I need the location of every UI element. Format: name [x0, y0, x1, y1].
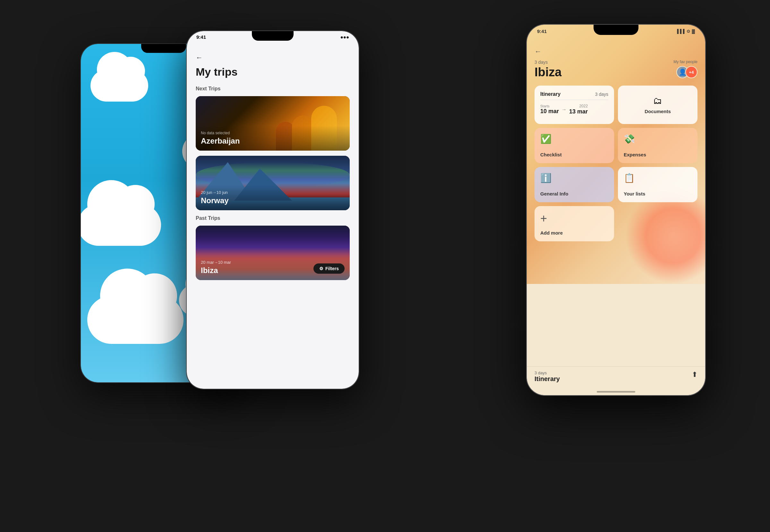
bottom-title: Itinerary	[534, 375, 560, 383]
phone-2-status-bar: 9:41 ●●●	[187, 34, 359, 40]
trip-card-azerbaijan[interactable]: No data selected Azerbaijan	[196, 96, 350, 151]
itinerary-days-badge: 3 days	[595, 92, 608, 97]
itinerary-divider	[540, 100, 608, 100]
azerbaijan-name: Azerbaijan	[201, 137, 345, 145]
cards-grid: Itinerary 3 days Starts 10 mar →	[534, 86, 698, 241]
itinerary-dates: Starts 10 mar → 2022 13 mar	[540, 104, 608, 115]
end-date-value: 13 mar	[569, 108, 588, 115]
phone-2-status-icons: ●●●	[340, 34, 349, 40]
end-date-block: 2022 13 mar	[569, 104, 588, 115]
phone-2-content: ← My trips Next Trips No data selected	[187, 47, 359, 389]
no-data-label: No data selected	[201, 131, 345, 135]
status-icons: ▐▐▐ ⊙ ▓	[676, 29, 695, 34]
home-indicator	[597, 391, 635, 393]
norway-card-overlay: 20 jun→10 jun Norway	[196, 185, 350, 210]
cloud-5	[87, 296, 183, 344]
ibiza-left-header: 3 days Ibiza	[534, 60, 561, 79]
bottom-info: 3 days Itinerary	[534, 370, 560, 383]
norway-name: Norway	[201, 196, 345, 205]
phone-3-content: ← 3 days Ibiza My fav people 👤 +4	[527, 42, 705, 370]
fav-people-label: My fav people	[674, 60, 698, 64]
general-info-icon: ℹ️	[540, 173, 608, 183]
scene: 9:41 ●●● ← My trips Next Trips	[32, 18, 738, 514]
back-button[interactable]: ←	[196, 54, 350, 62]
add-more-label: Add more	[540, 230, 608, 236]
add-more-card[interactable]: + Add more	[534, 206, 614, 241]
your-lists-label: Your lists	[624, 191, 692, 196]
filter-icon: ⚙	[319, 266, 323, 271]
phone-3-status-bar: 9:41 ▐▐▐ ⊙ ▓	[527, 29, 705, 34]
past-trips-label: Past Trips	[196, 215, 350, 221]
ibiza-destination-title: Ibiza	[534, 65, 561, 79]
signal-icon: ▐▐▐	[676, 29, 685, 34]
documents-label: Documents	[645, 109, 671, 114]
expenses-card[interactable]: 💸 Expenses	[618, 128, 698, 163]
trip-card-norway[interactable]: 20 jun→10 jun Norway	[196, 156, 350, 210]
norway-date: 20 jun→10 jun	[201, 190, 345, 195]
phone-3-device: 9:41 ▐▐▐ ⊙ ▓ ← 3 days Ibiza My fav peopl…	[526, 24, 706, 396]
checklist-icon: ✅	[540, 134, 608, 144]
azerbaijan-card-overlay: No data selected Azerbaijan	[196, 126, 350, 151]
battery-icon: ▓	[692, 29, 695, 34]
ibiza-back-button[interactable]: ←	[534, 47, 698, 56]
your-lists-card[interactable]: 📋 Your lists	[618, 167, 698, 202]
add-more-icon: +	[540, 212, 608, 225]
itinerary-card-title: Itinerary	[540, 91, 560, 97]
date-arrow: →	[561, 107, 566, 112]
itinerary-card[interactable]: Itinerary 3 days Starts 10 mar →	[534, 86, 614, 124]
phone-3-time: 9:41	[537, 29, 547, 34]
avatar-group: 👤 +4	[676, 66, 698, 78]
start-date-value: 10 mar	[540, 108, 559, 115]
phone-2-device: 9:41 ●●● ← My trips Next Trips	[186, 30, 359, 389]
checklist-label: Checklist	[540, 152, 608, 157]
next-trips-label: Next Trips	[196, 86, 350, 92]
expenses-label: Expenses	[624, 152, 692, 157]
my-trips-title: My trips	[196, 66, 350, 78]
cloud-3	[81, 204, 161, 246]
your-lists-icon: 📋	[624, 173, 692, 183]
start-date-block: Starts 10 mar	[540, 104, 559, 115]
share-button[interactable]: ⬆	[692, 370, 698, 379]
filters-label: Filters	[325, 266, 339, 271]
phone-2-time: 9:41	[197, 34, 206, 40]
bottom-days: 3 days	[534, 370, 560, 375]
filters-button[interactable]: ⚙ Filters	[314, 263, 345, 274]
end-year: 2022	[569, 104, 588, 108]
expenses-icon: 💸	[624, 134, 692, 144]
itinerary-card-top: Itinerary 3 days	[540, 91, 608, 97]
ibiza-header: 3 days Ibiza My fav people 👤 +4	[534, 60, 698, 79]
general-info-label: General Info	[540, 191, 608, 196]
phone-2-screen: 9:41 ●●● ← My trips Next Trips	[187, 31, 359, 389]
phone-1-notch	[141, 44, 186, 53]
starts-label: Starts	[540, 104, 559, 108]
documents-icon: 🗂	[653, 96, 662, 106]
avatar-plus-count: +4	[685, 66, 698, 78]
trip-card-ibiza[interactable]: 20 mar→10 mar Ibiza ⚙ Filters	[196, 226, 350, 280]
ibiza-right-header: My fav people 👤 +4	[674, 60, 698, 78]
wifi-icon: ⊙	[687, 29, 690, 34]
phone-3-screen: 9:41 ▐▐▐ ⊙ ▓ ← 3 days Ibiza My fav peopl…	[527, 25, 705, 395]
documents-card[interactable]: 🗂 Documents	[618, 86, 698, 124]
ibiza-days-label: 3 days	[534, 60, 561, 65]
cloud-1	[90, 70, 148, 102]
checklist-card[interactable]: ✅ Checklist	[534, 128, 614, 163]
general-info-card[interactable]: ℹ️ General Info	[534, 167, 614, 202]
